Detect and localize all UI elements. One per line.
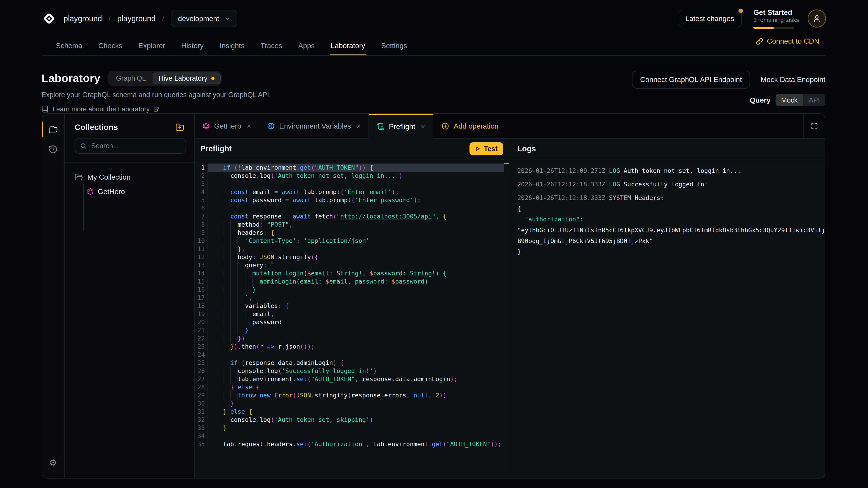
log-line: "authorization": (518, 214, 825, 225)
latest-changes-label: Latest changes (685, 14, 734, 23)
nav-tab-explorer[interactable]: Explorer (138, 37, 166, 55)
code-line: 28 } else { (195, 383, 504, 391)
nav-tab-history[interactable]: History (181, 37, 204, 55)
search-icon (80, 142, 87, 149)
breadcrumb-separator: / (162, 14, 164, 23)
get-started-title: Get Started (753, 8, 794, 17)
target-selector[interactable]: development (171, 10, 237, 27)
create-collection-icon[interactable] (176, 123, 184, 132)
log-line: } (518, 246, 825, 257)
breadcrumb-project[interactable]: playground (117, 14, 156, 23)
code-line: 11 }, (195, 245, 504, 253)
collections-rail-button[interactable] (42, 120, 64, 139)
nav-tab-insights[interactable]: Insights (219, 37, 245, 55)
code-line: 4 const email = await lab.prompt('Enter … (195, 188, 504, 196)
learn-more-label: Learn more about the Laboratory (53, 105, 150, 113)
nav-tab-apps[interactable]: Apps (298, 37, 315, 55)
query-mode-api[interactable]: API (803, 94, 825, 106)
nav-tab-traces[interactable]: Traces (260, 37, 283, 55)
add-operation-button[interactable]: Add operation (433, 114, 507, 138)
connect-to-cdn-link[interactable]: Connect to CDN (756, 37, 819, 45)
nav-tab-settings[interactable]: Settings (381, 37, 408, 55)
logs-output[interactable]: 2026-01-26T12:12:09.271Z LOG Auth token … (511, 159, 825, 478)
code-line: 5 const password = await lab.prompt('Ent… (195, 196, 504, 204)
operation-tabbar: GetHero × Environment Variables × Prefli… (195, 114, 825, 139)
collections-search-input[interactable]: Search... (74, 138, 186, 154)
search-placeholder: Search... (91, 142, 119, 150)
query-mode-label: Query (750, 96, 771, 104)
log-line: 2026-01-26T12:12:18.333Z SYSTEM Headers: (518, 193, 825, 203)
workbench: GetHero × Environment Variables × Prefli… (195, 114, 825, 478)
code-line: 29 throw new Error(JSON.stringify(respon… (195, 391, 504, 399)
tab-environment-variables[interactable]: Environment Variables × (259, 114, 369, 138)
nav-tab-checks[interactable]: Checks (98, 37, 123, 55)
code-line: 30 } (195, 399, 504, 408)
laboratory-workspace: ⚙ Collections Search... My Collectio (41, 113, 826, 479)
collection-operation-gethero[interactable]: GetHero (86, 184, 194, 199)
nav-tab-schema[interactable]: Schema (55, 37, 83, 55)
close-tab-icon[interactable]: × (247, 122, 251, 130)
user-avatar[interactable] (808, 9, 826, 28)
gear-icon: ⚙ (49, 458, 57, 467)
fullscreen-button[interactable] (803, 114, 825, 138)
code-line: 27 lab.environment.set("AUTH_TOKEN", res… (195, 375, 504, 383)
tab-label: GetHero (214, 122, 241, 130)
laboratory-page-header: Laboratory GraphiQL Hive Laboratory Expl… (0, 56, 868, 113)
latest-changes-button[interactable]: Latest changes (678, 10, 742, 27)
code-line: 8 method: "POST", (195, 221, 504, 229)
nav-tab-laboratory[interactable]: Laboratory (330, 37, 366, 55)
log-line: B90oqg_IjOmGtjP6CkiV5Jt695jBD0fjzPxk" (518, 236, 825, 247)
hive-logo-icon[interactable] (41, 11, 57, 26)
mock-data-endpoint-button[interactable]: Mock Data Endpoint (761, 75, 826, 84)
editor-pane-title: Preflight (200, 144, 232, 153)
external-link-icon (153, 106, 159, 112)
code-line: 34 (195, 432, 504, 440)
tab-gethero[interactable]: GetHero × (195, 114, 259, 138)
get-started-progress (753, 27, 794, 29)
laboratory-mode-toggle: GraphiQL Hive Laboratory (107, 71, 222, 86)
code-line: 22 }) (195, 334, 504, 343)
code-line: 7 const response = await fetch("http://l… (195, 213, 504, 221)
code-line: 19 email, (195, 310, 504, 318)
log-line: 2026-01-26T12:12:09.271Z LOG Auth token … (518, 165, 825, 176)
get-started-widget[interactable]: Get Started 3 remaining tasks (753, 8, 794, 29)
breadcrumb-separator: / (109, 14, 111, 23)
settings-rail-button[interactable]: ⚙ (42, 453, 64, 473)
close-tab-icon[interactable]: × (356, 122, 361, 130)
close-tab-icon[interactable]: × (421, 123, 425, 131)
connect-graphql-endpoint-button[interactable]: Connect GraphQL API Endpoint (632, 71, 750, 88)
log-line: 2026-01-26T12:12:18.333Z LOG Successfull… (518, 179, 825, 190)
learn-more-link[interactable]: Learn more about the Laboratory (41, 105, 826, 113)
editor-scrollbar-thumb[interactable] (504, 163, 509, 164)
collections-title: Collections (74, 123, 118, 132)
preflight-test-button[interactable]: Test (469, 142, 503, 155)
tab-label: Environment Variables (279, 122, 351, 130)
code-line: 24 (195, 351, 504, 359)
sidebar-icon-rail: ⚙ (42, 114, 65, 478)
code-line: 21 } (195, 326, 504, 334)
tab-preflight[interactable]: Preflight × (369, 114, 433, 138)
active-mode-dot (211, 76, 215, 80)
plus-circle-icon (441, 122, 449, 130)
history-rail-button[interactable] (42, 139, 64, 159)
chevron-down-icon (224, 15, 230, 22)
code-line: 31} else { (195, 408, 504, 416)
code-line: 16 } (195, 286, 504, 294)
code-line: 15 adminLogin(email: $email, password: $… (195, 278, 504, 286)
code-line: 18 variables: { (195, 302, 504, 310)
code-line: 20 password (195, 318, 504, 326)
code-line: 17 `, (195, 294, 504, 302)
collections-panel: Collections Search... My Collection (65, 114, 195, 478)
collection-folder-my-collection[interactable]: My Collection (74, 170, 194, 185)
code-line: 1if (!lab.environment.get("AUTH_TOKEN"))… (195, 164, 504, 172)
globe-icon (267, 122, 275, 130)
log-line: "eyJhbGciOiJIUzI1NiIsInR5cCI6IkpXVCJ9.ey… (518, 225, 825, 236)
breadcrumb-org[interactable]: playground (64, 14, 102, 23)
preflight-code-editor[interactable]: 1if (!lab.environment.get("AUTH_TOKEN"))… (195, 159, 511, 478)
logs-pane-title: Logs (518, 144, 536, 153)
mode-option-hive-laboratory[interactable]: Hive Laboratory (153, 72, 221, 84)
play-icon (475, 146, 480, 151)
code-line: 33} (195, 424, 504, 432)
mode-option-graphiql[interactable]: GraphiQL (110, 74, 153, 82)
query-mode-mock[interactable]: Mock (776, 94, 803, 106)
